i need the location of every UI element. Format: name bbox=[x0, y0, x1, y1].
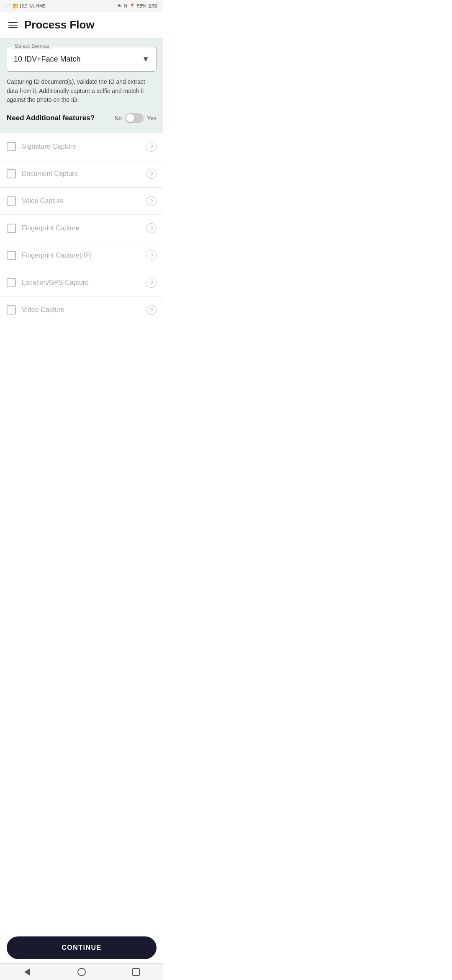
feature-help-icon-location[interactable]: ? bbox=[146, 278, 157, 288]
feature-checkbox-voice[interactable] bbox=[7, 196, 16, 206]
feature-label-signature: Signature Capture bbox=[22, 143, 141, 150]
feature-label-voice: Voice Capture bbox=[22, 197, 141, 205]
service-dropdown-label: Select Service bbox=[12, 43, 52, 49]
toggle-yes-label: Yes bbox=[147, 115, 157, 121]
additional-features-label: Need Additional features? bbox=[7, 114, 111, 122]
status-right: 👁 N 📍 55% 2:50 bbox=[117, 3, 157, 9]
feature-label-video: Video Capture bbox=[22, 306, 141, 314]
feature-checkbox-fingerprint-4f[interactable] bbox=[7, 251, 16, 260]
location-icon: 📍 bbox=[129, 3, 135, 9]
feature-item-voice: Voice Capture ? bbox=[0, 188, 163, 215]
feature-label-fingerprint: Fingerprint Capture bbox=[22, 224, 141, 232]
service-dropdown-wrapper: Select Service 10 IDV+Face Match ▼ bbox=[7, 47, 157, 72]
service-selected-value: 10 IDV+Face Match bbox=[14, 55, 81, 64]
chevron-down-icon: ▼ bbox=[142, 55, 149, 64]
status-bar: 📄 📶 13.9 K/s HMS 👁 N 📍 55% 2:50 bbox=[0, 0, 163, 12]
feature-item-location: Location/GPS Capture ? bbox=[0, 269, 163, 297]
feature-checkbox-signature[interactable] bbox=[7, 142, 16, 151]
feature-label-document: Document Capture bbox=[22, 170, 141, 178]
feature-help-icon-voice[interactable]: ? bbox=[146, 196, 157, 206]
feature-item-video: Video Capture ? bbox=[0, 297, 163, 319]
status-left: 📄 📶 13.9 K/s HMS bbox=[6, 4, 46, 8]
wifi-icon: 📶 bbox=[13, 4, 18, 8]
feature-item-fingerprint-4f: Fingerprint Capture(4F) ? bbox=[0, 242, 163, 269]
eye-icon: 👁 bbox=[117, 3, 122, 8]
doc-icon: 📄 bbox=[6, 4, 11, 8]
header: Process Flow bbox=[0, 12, 163, 39]
feature-help-icon-fingerprint-4f[interactable]: ? bbox=[146, 250, 157, 260]
hamburger-line-1 bbox=[8, 22, 18, 23]
nfc-icon: N bbox=[124, 3, 127, 8]
page-title: Process Flow bbox=[24, 18, 95, 31]
additional-features-row: Need Additional features? No Yes bbox=[7, 113, 157, 123]
toggle-no-label: No bbox=[114, 115, 122, 121]
service-description: Capturing ID document(s), validate the I… bbox=[7, 77, 157, 105]
scroll-content: Select Service 10 IDV+Face Match ▼ Captu… bbox=[0, 39, 163, 361]
feature-item-signature: Signature Capture ? bbox=[0, 133, 163, 160]
hamburger-line-3 bbox=[8, 27, 18, 28]
feature-checkbox-fingerprint[interactable] bbox=[7, 224, 16, 233]
feature-checkbox-location[interactable] bbox=[7, 278, 16, 287]
feature-label-fingerprint-4f: Fingerprint Capture(4F) bbox=[22, 252, 141, 259]
feature-label-location: Location/GPS Capture bbox=[22, 279, 141, 286]
feature-checkbox-document[interactable] bbox=[7, 169, 16, 178]
feature-help-icon-video[interactable]: ? bbox=[146, 305, 157, 315]
feature-checkbox-video[interactable] bbox=[7, 305, 16, 315]
additional-features-toggle[interactable] bbox=[125, 113, 144, 123]
hamburger-line-2 bbox=[8, 25, 18, 26]
select-service-section: Select Service 10 IDV+Face Match ▼ Captu… bbox=[0, 39, 163, 133]
feature-help-icon-signature[interactable]: ? bbox=[146, 142, 157, 152]
service-dropdown[interactable]: 10 IDV+Face Match ▼ bbox=[7, 47, 156, 71]
features-list: Signature Capture ? Document Capture ? V… bbox=[0, 133, 163, 319]
feature-item-fingerprint: Fingerprint Capture ? bbox=[0, 215, 163, 242]
feature-help-icon-document[interactable]: ? bbox=[146, 169, 157, 179]
time-text: 2:50 bbox=[149, 3, 157, 8]
menu-button[interactable] bbox=[8, 22, 18, 28]
speed-text: 13.9 K/s bbox=[19, 4, 35, 8]
battery-text: 55% bbox=[137, 3, 146, 8]
feature-item-document: Document Capture ? bbox=[0, 160, 163, 188]
hms-badge: HMS bbox=[36, 4, 46, 8]
feature-help-icon-fingerprint[interactable]: ? bbox=[146, 223, 157, 233]
